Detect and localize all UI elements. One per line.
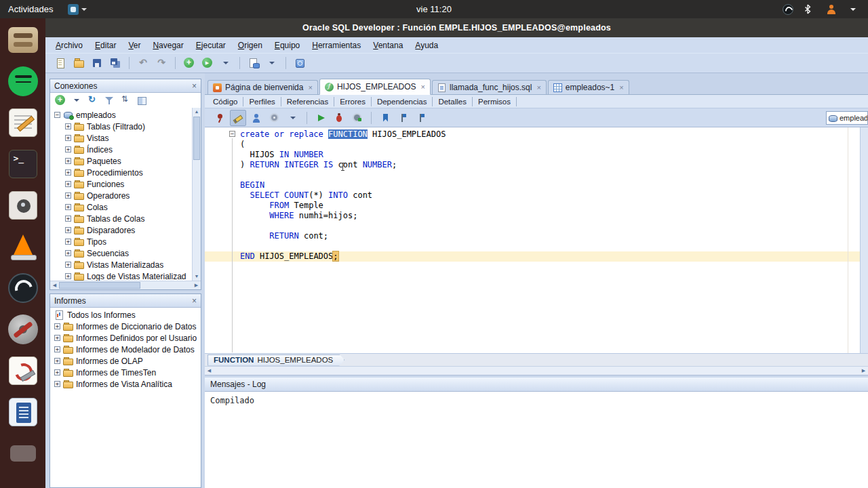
expand-icon[interactable]: + — [65, 135, 71, 141]
toolbar-add-circle-button[interactable] — [181, 55, 197, 71]
tree-item-informes-de-diccionario-de-datos[interactable]: +Informes de Diccionario de Datos — [50, 321, 201, 332]
editor-gear-button[interactable] — [267, 110, 283, 126]
connections-filter-button[interactable] — [102, 94, 116, 107]
tree-item-indices[interactable]: +Índices — [50, 144, 201, 155]
subtab-errores[interactable]: Errores — [334, 97, 372, 106]
tab-pagina-de-bienvenida[interactable]: Página de bienvenida — [208, 80, 318, 94]
tab-empleados-1[interactable]: empleados~1 — [548, 80, 629, 94]
scroll-up-icon[interactable] — [193, 108, 201, 116]
menu-ayuda[interactable]: Ayuda — [409, 39, 444, 52]
toolbar-undo-button[interactable] — [135, 55, 151, 71]
scroll-left-icon[interactable] — [205, 367, 214, 375]
editor-edit-button[interactable] — [230, 110, 246, 126]
menu-editar[interactable]: Editar — [89, 39, 122, 52]
expand-icon[interactable]: + — [65, 204, 71, 210]
expand-icon[interactable]: + — [54, 335, 60, 341]
scrollbar-thumb[interactable] — [59, 282, 140, 289]
connections-add-circle-button[interactable] — [54, 94, 67, 107]
close-icon[interactable] — [192, 297, 197, 305]
subtab-referencias[interactable]: Referencias — [281, 97, 334, 106]
dock-item-vlc[interactable] — [7, 230, 39, 263]
menu-ver[interactable]: Ver — [122, 39, 146, 52]
toolbar-save-button[interactable] — [89, 55, 105, 71]
editor-run-button[interactable] — [313, 110, 329, 126]
close-icon[interactable] — [192, 82, 197, 90]
dock-item-spotify[interactable] — [7, 65, 39, 98]
user-icon[interactable] — [826, 4, 837, 15]
connections-sort-button[interactable] — [119, 94, 132, 107]
toolbar-open-folder-button[interactable] — [71, 55, 87, 71]
editor-horizontal-scrollbar[interactable] — [205, 366, 868, 375]
connections-columns-button[interactable] — [135, 94, 149, 107]
menu-origen[interactable]: Origen — [232, 39, 269, 52]
bluetooth-icon[interactable] — [804, 4, 815, 15]
scroll-right-icon[interactable] — [859, 367, 868, 375]
toolbar-sql-worksheet-button[interactable] — [245, 55, 262, 71]
expand-icon[interactable]: + — [65, 169, 71, 176]
subtab-detalles[interactable]: Detalles — [433, 97, 473, 106]
tree-item-informes-de-modelador-de-datos[interactable]: +Informes de Modelador de Datos — [50, 344, 201, 355]
menu-ejecutar[interactable]: Ejecutar — [190, 39, 232, 52]
scroll-down-icon[interactable] — [193, 272, 201, 281]
tree-item-vistas-materializadas[interactable]: +Vistas Materializadas — [50, 259, 201, 270]
tree-item-colas[interactable]: +Colas — [50, 201, 201, 213]
editor-flag-next-button[interactable] — [414, 110, 430, 126]
vertical-scrollbar[interactable] — [192, 108, 201, 281]
connection-selector[interactable]: empleados — [826, 111, 868, 125]
dock-item-terminal[interactable] — [7, 148, 39, 180]
scroll-left-icon[interactable] — [50, 281, 59, 289]
toolbar-caret-button[interactable] — [264, 55, 280, 71]
scroll-right-icon[interactable] — [192, 281, 201, 289]
tab-llamada-func-hijos-sql[interactable]: llamada_func_hijos.sql — [432, 80, 547, 94]
tree-item-logs-de-vistas-materializad[interactable]: +Logs de Vistas Materializad — [50, 270, 201, 281]
toolbar-save-all-button[interactable] — [107, 55, 123, 71]
subtab-perfiles[interactable]: Perfiles — [243, 97, 281, 106]
dock-item-obs[interactable] — [7, 272, 39, 304]
tree-item-informes-de-timesten[interactable]: +Informes de TimesTen — [50, 367, 201, 378]
toolbar-caret-button[interactable] — [218, 55, 234, 71]
subtab-permisos[interactable]: Permisos — [473, 97, 517, 106]
expand-icon[interactable]: + — [65, 216, 71, 222]
dock-item-writer[interactable] — [7, 396, 39, 428]
expand-icon[interactable]: + — [54, 323, 60, 329]
expand-icon[interactable]: + — [65, 250, 71, 256]
menu-ventana[interactable]: Ventana — [367, 39, 409, 52]
close-icon[interactable] — [536, 83, 540, 92]
tree-item-funciones[interactable]: +Funciones — [50, 178, 201, 190]
editor-flag-prev-button[interactable] — [395, 110, 412, 126]
close-icon[interactable] — [308, 83, 312, 92]
dock-item-tools[interactable] — [7, 313, 39, 346]
toolbar-new-file-button[interactable] — [52, 55, 68, 71]
toolbar-run-circle-button[interactable] — [199, 55, 216, 71]
menu-herramientas[interactable]: Herramientas — [306, 39, 367, 52]
editor-profile-button[interactable] — [248, 110, 264, 126]
editor-pin-button[interactable] — [212, 110, 228, 126]
tree-item-vistas[interactable]: +Vistas — [50, 132, 201, 144]
obs-status-icon[interactable] — [783, 4, 793, 15]
dock-item-notes[interactable] — [7, 354, 39, 387]
editor-bookmark-button[interactable] — [377, 110, 393, 126]
tree-item-tablas-filtrado[interactable]: +Tablas (Filtrado) — [50, 121, 201, 132]
dock-item-window-ghost[interactable] — [7, 437, 39, 470]
input-source-indicator[interactable] — [68, 4, 87, 15]
expand-icon[interactable]: + — [65, 227, 71, 233]
expand-icon[interactable]: + — [65, 123, 71, 129]
expand-icon[interactable]: + — [65, 262, 71, 268]
tree-item-informes-de-olap[interactable]: +Informes de OLAP — [50, 355, 201, 367]
dock-item-text-editor[interactable] — [7, 106, 39, 139]
expand-icon[interactable]: + — [54, 358, 60, 364]
expand-icon[interactable]: + — [65, 181, 71, 187]
scrollbar-thumb[interactable] — [193, 117, 200, 160]
tree-item-tablas-de-colas[interactable]: +Tablas de Colas — [50, 213, 201, 224]
close-icon[interactable] — [421, 83, 425, 91]
connections-caret-button[interactable] — [70, 94, 83, 107]
expand-icon[interactable]: + — [65, 239, 71, 245]
editor-caret-button[interactable] — [285, 110, 301, 126]
tree-item-procedimientos[interactable]: +Procedimientos — [50, 167, 201, 178]
collapse-icon[interactable]: − — [54, 112, 60, 118]
tree-item-informes-definidos-por-el-usuario[interactable]: +Informes Definidos por el Usuario — [50, 332, 201, 344]
menu-archivo[interactable]: Archivo — [50, 39, 89, 52]
expand-icon[interactable]: + — [54, 346, 60, 352]
menu-navegar[interactable]: Navegar — [146, 39, 189, 52]
tree-item-tipos[interactable]: +Tipos — [50, 236, 201, 247]
